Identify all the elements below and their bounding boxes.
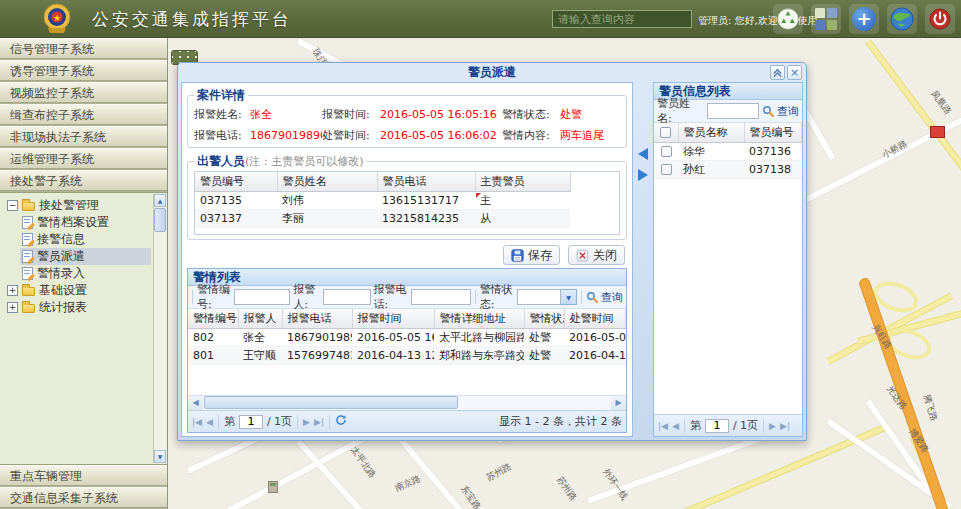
table-row[interactable]: 037135刘伟13615131717主: [195, 191, 619, 209]
chevron-down-icon[interactable]: ▼: [561, 289, 577, 305]
alert-search-button[interactable]: 查询: [586, 290, 623, 305]
prev-page-button[interactable]: ◀: [206, 417, 213, 427]
page-number-input[interactable]: [239, 415, 263, 429]
next-page-button[interactable]: ▶: [769, 421, 776, 431]
column-header[interactable]: 警员编号: [744, 123, 802, 142]
column-header[interactable]: 警员姓名: [277, 172, 377, 191]
alert-status-combobox[interactable]: ▼: [517, 289, 577, 305]
reporter-phone-input[interactable]: [411, 289, 471, 305]
officer-search-button[interactable]: 查询: [762, 104, 799, 119]
scroll-up-arrow-icon[interactable]: ▲: [154, 194, 166, 207]
sidebar-item[interactable]: 诱导管理子系统: [0, 60, 167, 81]
plus-icon[interactable]: +: [849, 4, 879, 34]
last-page-button[interactable]: ▶|: [780, 421, 790, 431]
scroll-left-arrow-icon[interactable]: ◀: [188, 396, 203, 410]
sidebar-item[interactable]: 交通信息采集子系统: [0, 487, 167, 508]
expand-expander-icon[interactable]: +: [7, 302, 18, 313]
row-checkbox[interactable]: [661, 146, 672, 157]
table-row[interactable]: 孙红037138: [654, 160, 802, 178]
scrollbar-thumb[interactable]: [204, 396, 458, 409]
toolbar-separator: [192, 290, 193, 304]
prev-page-button[interactable]: ◀: [672, 421, 679, 431]
table-row[interactable]: 801王守顺157699748132016-04-13 12:...郑和路与东亭…: [188, 346, 626, 364]
tree-scrollbar[interactable]: ▲ ▼: [153, 194, 166, 463]
tree-node-folder[interactable]: +基础设置: [5, 282, 151, 299]
save-button[interactable]: 保存: [503, 245, 560, 265]
tree-node-folder[interactable]: +统计报表: [5, 299, 151, 316]
field-value: 处警: [560, 107, 620, 122]
sidebar-item[interactable]: 非现场执法子系统: [0, 126, 167, 147]
grid-header-row: 警情编号报警人报警电话报警时间警情详细地址警情状态处警时间: [188, 309, 626, 328]
collapse-icon[interactable]: [770, 65, 785, 80]
page-number-input[interactable]: [705, 419, 729, 433]
tree-node-leaf[interactable]: 警情档案设置: [20, 214, 151, 231]
column-header[interactable]: 报警电话: [282, 309, 352, 328]
dispatch-form-panel: 案件详情 报警姓名:张全报警时间:2016-05-05 16:05:16警情状态…: [181, 82, 633, 437]
power-icon[interactable]: [925, 4, 955, 34]
grid-header-row: 警员名称警员编号: [654, 123, 802, 142]
select-all-checkbox[interactable]: [660, 127, 671, 138]
sidebar-item[interactable]: 重点车辆管理: [0, 465, 167, 486]
tree-node-root[interactable]: −接处警管理: [5, 197, 151, 214]
sidebar-item[interactable]: 信号管理子系统: [0, 38, 167, 59]
first-page-button[interactable]: |◀: [658, 421, 668, 431]
table-row[interactable]: 徐华037136: [654, 142, 802, 160]
tree-node-leaf[interactable]: 警情录入: [20, 265, 151, 282]
column-header[interactable]: 报警时间: [352, 309, 434, 328]
tree-node-leaf[interactable]: 警员派遣: [20, 248, 151, 265]
alert-id-input[interactable]: [234, 289, 290, 305]
officer-name-input[interactable]: [707, 103, 759, 119]
case-details-fields: 报警姓名:张全报警时间:2016-05-05 16:05:16警情状态:处警报警…: [194, 105, 620, 143]
table-cell: 处警: [524, 328, 564, 346]
first-page-button[interactable]: |◀: [192, 417, 202, 427]
sidebar-item[interactable]: 视频监控子系统: [0, 82, 167, 103]
record-count-summary: 显示 1 - 2 条，共计 2 条: [499, 414, 622, 429]
refresh-icon[interactable]: [335, 414, 347, 429]
close-button[interactable]: 关闭: [568, 245, 625, 265]
globe-icon[interactable]: [887, 4, 917, 34]
table-cell: 15769974813: [282, 346, 352, 364]
table-row[interactable]: 037137李丽13215814235从: [195, 209, 619, 227]
next-page-button[interactable]: ▶: [303, 417, 310, 427]
tree-node-leaf[interactable]: 接警信息: [20, 231, 151, 248]
sidebar-item[interactable]: 缉查布控子系统: [0, 104, 167, 125]
table-cell: 18679019890: [282, 328, 352, 346]
move-right-arrow-button[interactable]: [638, 169, 648, 181]
app-grid-icon[interactable]: [811, 4, 841, 34]
table-row[interactable]: 802张全186790198902016-05-05 16:...太平北路与柳园…: [188, 328, 626, 346]
scroll-right-arrow-icon[interactable]: ▶: [611, 396, 626, 410]
page-label: 第: [690, 418, 701, 433]
column-header[interactable]: 报警人: [238, 309, 282, 328]
expand-expander-icon[interactable]: +: [7, 285, 18, 296]
column-header[interactable]: 警情详细地址: [434, 309, 524, 328]
column-header[interactable]: 警员名称: [678, 123, 744, 142]
tree-node-label: 警员派遣: [37, 248, 85, 265]
sidebar-item[interactable]: 接处警子系统: [0, 170, 167, 191]
scroll-down-arrow-icon[interactable]: ▼: [154, 450, 166, 463]
close-icon[interactable]: ×: [787, 65, 802, 80]
header-search-input[interactable]: [552, 10, 692, 28]
dispatch-dialog: 警员派遣 × 案件详情 报警姓名:张全报警时间:2016-05-05 16:05…: [177, 62, 807, 441]
dialog-titlebar[interactable]: 警员派遣 ×: [181, 63, 803, 82]
column-header[interactable]: 主责警员: [475, 172, 570, 191]
tree-node-label: 基础设置: [39, 282, 87, 299]
column-header[interactable]: 警情状态: [524, 309, 564, 328]
column-header[interactable]: 警员编号: [195, 172, 277, 191]
recycle-icon[interactable]: [773, 4, 803, 34]
horizontal-scrollbar[interactable]: ◀ ▶: [188, 395, 626, 410]
last-page-button[interactable]: ▶|: [314, 417, 324, 427]
collapse-expander-icon[interactable]: −: [7, 200, 18, 211]
column-header[interactable]: 警员电话: [377, 172, 475, 191]
scrollbar-thumb[interactable]: [154, 208, 166, 232]
move-left-arrow-button[interactable]: [638, 148, 648, 160]
road-label: 南京路: [393, 472, 423, 495]
column-header[interactable]: 处警时间: [564, 309, 626, 328]
field-label: 报警电话:: [194, 128, 250, 143]
row-checkbox[interactable]: [661, 164, 672, 175]
table-cell: 13615131717: [377, 191, 475, 209]
officer-pager: |◀ ◀ 第 / 1页 ▶ ▶|: [654, 414, 802, 436]
reporter-name-input[interactable]: [323, 289, 371, 305]
sidebar-item[interactable]: 运维管理子系统: [0, 148, 167, 169]
column-header[interactable]: 警情编号: [188, 309, 238, 328]
alert-status-input[interactable]: [517, 289, 561, 305]
